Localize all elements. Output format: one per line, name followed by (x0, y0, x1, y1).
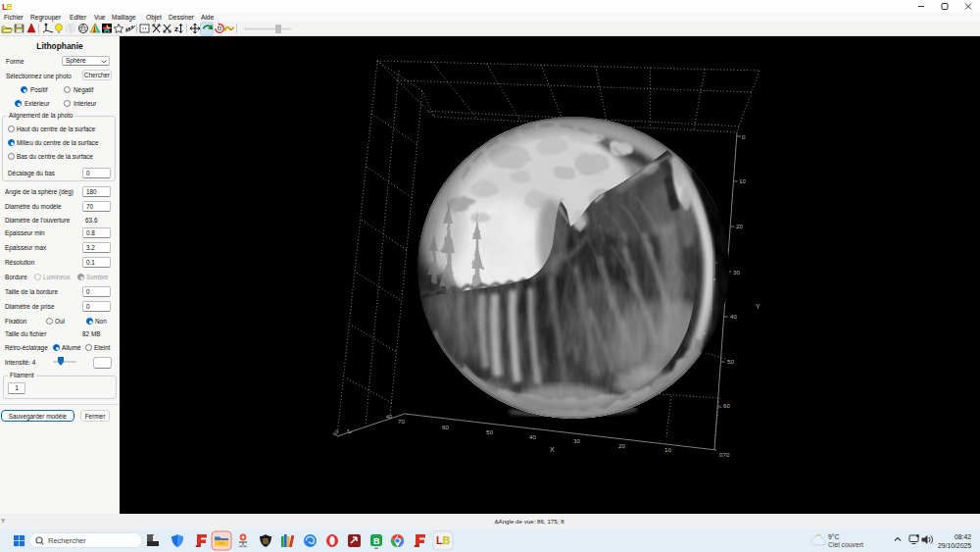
svg-text:08:42: 08:42 (955, 533, 971, 540)
svg-text:60: 60 (723, 402, 730, 409)
svg-text:B: B (373, 536, 380, 546)
svg-text:10: 10 (664, 446, 671, 453)
svg-text:070: 070 (719, 451, 730, 458)
svg-text:50: 50 (727, 358, 734, 365)
svg-text:29/10/2025: 29/10/2025 (938, 542, 971, 549)
svg-text:20: 20 (618, 442, 625, 449)
svg-text:B: B (443, 534, 451, 546)
svg-text:30: 30 (733, 269, 740, 276)
svg-text:40: 40 (529, 433, 536, 440)
svg-text:30: 30 (573, 437, 580, 444)
svg-text:z: z (174, 25, 178, 33)
svg-text:10: 10 (739, 177, 746, 184)
svg-text:9°C: 9°C (828, 533, 839, 540)
svg-text:20: 20 (736, 223, 743, 229)
svg-text:70: 70 (398, 418, 405, 425)
svg-text:Y: Y (756, 303, 760, 310)
svg-text:0: 0 (742, 133, 746, 140)
svg-text:Rechercher: Rechercher (48, 536, 86, 545)
svg-text:60: 60 (442, 424, 449, 430)
svg-text:B: B (7, 2, 13, 12)
svg-text:X: X (550, 446, 555, 453)
svg-text:40: 40 (386, 414, 392, 420)
svg-text:Z: Z (346, 428, 353, 434)
svg-text:Ciel couvert: Ciel couvert (828, 541, 863, 548)
svg-text:40: 40 (730, 313, 737, 320)
svg-text:50: 50 (486, 428, 493, 435)
